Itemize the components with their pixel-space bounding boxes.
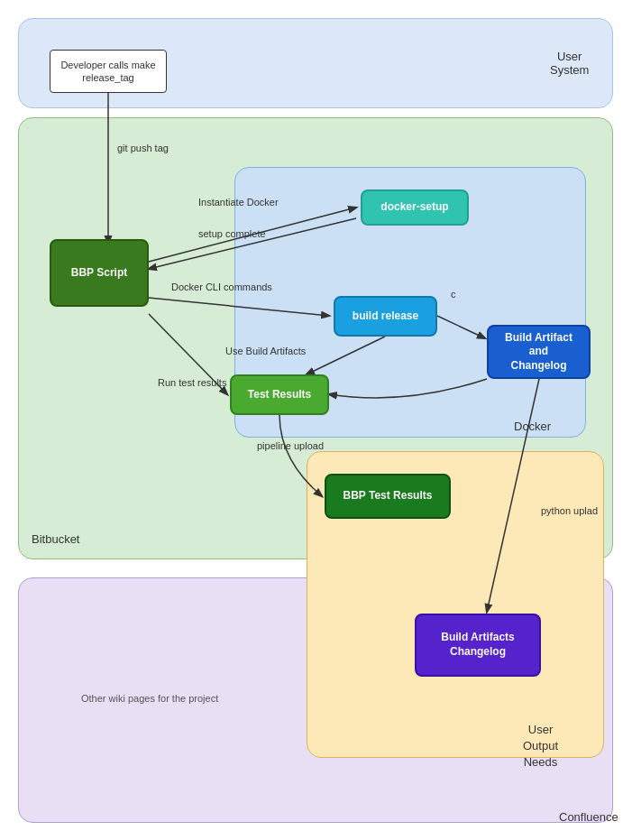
label-setup-complete: setup complete — [198, 228, 266, 239]
label-bitbucket: Bitbucket — [32, 532, 79, 546]
label-pipeline-upload: pipeline upload — [257, 440, 324, 451]
label-python-upload: python uplad — [541, 505, 598, 516]
diagram-container: UserSystem Bitbucket Docker Confluence U… — [0, 0, 632, 840]
node-bbp-test-results: BBP Test Results — [325, 474, 451, 519]
label-c: c — [451, 289, 456, 300]
node-build-release: build release — [334, 296, 437, 337]
label-use-build-artifacts: Use Build Artifacts — [225, 346, 306, 356]
label-user-system: UserSystem — [550, 50, 589, 77]
node-build-artifact: Build Artifact andChangelog — [487, 325, 591, 379]
node-docker-setup: docker-setup — [361, 189, 469, 226]
label-user-output: UserOutputNeeds — [523, 722, 558, 771]
label-confluence: Confluence — [559, 810, 618, 824]
node-bbp-script: BBP Script — [50, 239, 149, 307]
node-test-results: Test Results — [230, 374, 329, 415]
label-instantiate-docker: Instantiate Docker — [198, 197, 279, 208]
label-other-wiki: Other wiki pages for the project — [81, 693, 218, 704]
label-docker: Docker — [514, 420, 551, 433]
node-build-artifacts-changelog: Build ArtifactsChangelog — [415, 614, 541, 677]
label-docker-cli-commands: Docker CLI commands — [171, 282, 272, 292]
label-run-test-results: Run test results — [158, 377, 226, 388]
label-git-push-tag: git push tag — [117, 143, 169, 153]
node-developer: Developer calls makerelease_tag — [50, 50, 167, 93]
